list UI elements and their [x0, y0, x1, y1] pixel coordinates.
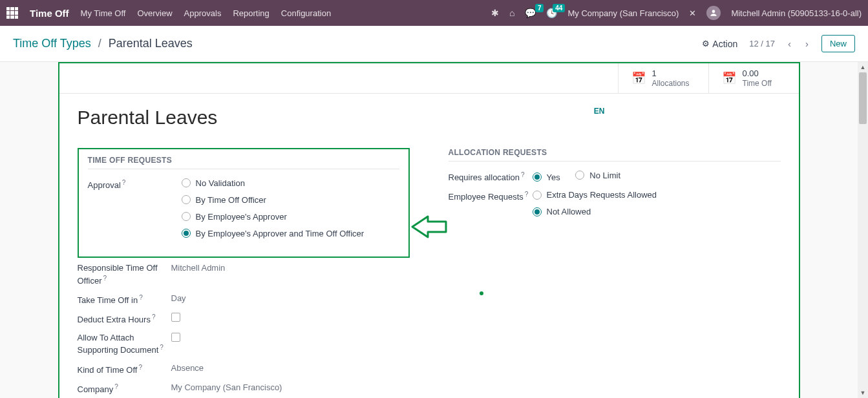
wifi-icon[interactable]: ⌂	[509, 8, 514, 18]
nav-my-time-off[interactable]: My Time Off	[81, 8, 126, 18]
nav-overview[interactable]: Overview	[137, 8, 172, 18]
nav-reporting[interactable]: Reporting	[233, 8, 269, 18]
tools-icon[interactable]: ✕	[689, 8, 696, 18]
action-label: Action	[712, 39, 737, 49]
topnav-right: ✱ ⌂ 💬7 🕓44 My Company (San Francisco) ✕ …	[491, 6, 862, 20]
nav-configuration[interactable]: Configuration	[281, 8, 331, 18]
topnav-left: Time Off My Time Off Overview Approvals …	[6, 7, 331, 19]
user-name[interactable]: Mitchell Admin (50905133-16-0-all)	[731, 8, 862, 18]
breadcrumb-sep: /	[98, 37, 101, 50]
pager-next[interactable]: ›	[804, 38, 810, 49]
chat-icon[interactable]: 💬7	[525, 8, 536, 18]
breadcrumb: Time Off Types / Parental Leaves	[13, 37, 193, 50]
breadcrumb-bar: Time Off Types / Parental Leaves ⚙ Actio…	[0, 26, 868, 62]
activity-icon[interactable]: 🕓44	[546, 8, 557, 18]
breadcrumb-right: ⚙ Action 12 / 17 ‹ › New	[702, 35, 855, 52]
breadcrumb-parent[interactable]: Time Off Types	[13, 37, 91, 50]
app-title[interactable]: Time Off	[30, 8, 69, 19]
apps-launcher-icon[interactable]	[6, 7, 18, 19]
action-menu[interactable]: ⚙ Action	[702, 39, 737, 49]
gear-icon: ⚙	[702, 39, 710, 48]
top-navbar: Time Off My Time Off Overview Approvals …	[0, 0, 868, 26]
bug-icon[interactable]: ✱	[491, 8, 499, 18]
new-button[interactable]: New	[821, 35, 855, 52]
chat-badge: 7	[535, 4, 544, 12]
user-avatar-icon[interactable]	[706, 6, 721, 20]
svg-point-0	[712, 10, 715, 13]
company-switcher[interactable]: My Company (San Francisco)	[567, 8, 679, 18]
activity-badge: 44	[553, 4, 565, 12]
breadcrumb-current: Parental Leaves	[109, 37, 193, 50]
pager-display[interactable]: 12 / 17	[749, 39, 775, 48]
nav-approvals[interactable]: Approvals	[184, 8, 222, 18]
pager-prev[interactable]: ‹	[787, 38, 792, 49]
